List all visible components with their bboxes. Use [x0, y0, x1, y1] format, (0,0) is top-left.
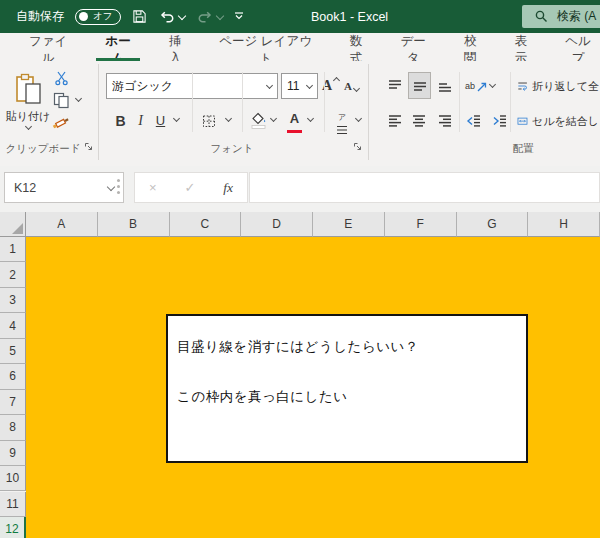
save-button[interactable]: [132, 9, 147, 24]
bold-button[interactable]: B: [112, 108, 129, 133]
name-box[interactable]: K12: [4, 172, 124, 203]
decrease-indent-button[interactable]: [463, 109, 484, 133]
align-middle-icon: [412, 78, 428, 94]
tab-data[interactable]: データ: [381, 33, 445, 61]
tab-file[interactable]: ファイル: [10, 33, 86, 61]
paste-button[interactable]: 貼り付け: [6, 65, 50, 137]
tab-view[interactable]: 表示: [495, 33, 546, 61]
cut-button[interactable]: [50, 69, 72, 88]
fill-color-dropdown-chevron-icon[interactable]: [270, 115, 277, 122]
paste-dropdown-chevron-icon[interactable]: [24, 123, 31, 130]
autosave-toggle[interactable]: オフ: [75, 9, 121, 25]
font-color-button[interactable]: A: [285, 108, 304, 133]
enter-button[interactable]: ✓: [180, 180, 199, 195]
align-right-button[interactable]: [434, 109, 455, 133]
text-box-line-1: 目盛り線を消すにはどうしたらいい？: [177, 338, 419, 356]
divider: [192, 72, 193, 132]
formula-input[interactable]: [249, 172, 600, 203]
row-header-12-active[interactable]: 12: [0, 517, 26, 538]
align-bottom-button[interactable]: [434, 74, 455, 98]
wrap-text-button[interactable]: 折り返して全: [517, 74, 599, 98]
row-header-5[interactable]: 5: [0, 339, 26, 364]
phonetic-guide-button[interactable]: ア: [331, 108, 353, 133]
copy-icon: [53, 92, 70, 109]
phonetic-guide-dropdown-chevron-icon[interactable]: [355, 115, 362, 122]
formula-bar-separator: [117, 185, 120, 188]
redo-icon: [196, 9, 214, 24]
copy-dropdown-chevron-icon[interactable]: [75, 95, 82, 102]
formula-bar-row: K12 × ✓ fx: [0, 166, 600, 213]
row-header-3[interactable]: 3: [0, 288, 26, 313]
fill-color-button[interactable]: [248, 108, 268, 133]
clipboard-dialog-launcher[interactable]: [83, 141, 94, 152]
tab-formulas[interactable]: 数式: [331, 33, 382, 61]
row-header-11[interactable]: 11: [0, 492, 26, 517]
insert-function-button[interactable]: fx: [219, 180, 237, 196]
customize-qat-button[interactable]: [234, 12, 244, 21]
font-dialog-launcher[interactable]: [352, 141, 363, 152]
search-box[interactable]: 検索 (A: [522, 5, 600, 28]
column-header-d[interactable]: D: [241, 212, 313, 237]
format-painter-button[interactable]: [50, 113, 72, 132]
font-size-combobox[interactable]: 11: [281, 73, 318, 99]
column-header-h[interactable]: H: [528, 212, 600, 237]
tab-home[interactable]: ホーム: [86, 33, 150, 61]
grow-font-arrow-icon: [333, 77, 340, 84]
column-header-b[interactable]: B: [98, 212, 170, 237]
customize-qat-icon: [234, 12, 244, 21]
decrease-indent-icon: [466, 113, 482, 129]
align-top-button[interactable]: [384, 74, 405, 98]
column-header-a[interactable]: A: [26, 212, 98, 237]
select-all-corner[interactable]: [0, 212, 26, 237]
undo-dropdown-chevron-icon[interactable]: [178, 11, 186, 19]
row-header-1[interactable]: 1: [0, 237, 26, 262]
tab-review[interactable]: 校閲: [445, 33, 496, 61]
row-header-8[interactable]: 8: [0, 415, 26, 440]
column-header-f[interactable]: F: [385, 212, 457, 237]
cancel-button[interactable]: ×: [145, 180, 161, 195]
row-header-7[interactable]: 7: [0, 390, 26, 415]
divider: [242, 72, 243, 132]
undo-button[interactable]: [158, 9, 185, 24]
increase-indent-button[interactable]: [489, 109, 510, 133]
align-middle-button[interactable]: [408, 72, 431, 99]
orientation-dropdown-chevron-icon[interactable]: [489, 81, 496, 88]
divider: [324, 72, 325, 132]
font-group-label: フォント: [106, 142, 358, 156]
toggle-knob-icon: [79, 12, 88, 21]
row-header-9[interactable]: 9: [0, 441, 26, 466]
text-box-shape[interactable]: 目盛り線を消すにはどうしたらいい？ この枠内を真っ白にしたい: [166, 314, 528, 463]
copy-button[interactable]: [50, 91, 72, 110]
shrink-font-button[interactable]: A: [342, 73, 361, 98]
tab-insert[interactable]: 挿入: [150, 33, 201, 61]
group-divider: [368, 64, 369, 160]
redo-button[interactable]: [196, 9, 223, 24]
borders-button[interactable]: [198, 108, 220, 133]
excel-window: 自動保存 オフ: [0, 0, 600, 538]
align-center-button[interactable]: [408, 109, 429, 133]
tab-help[interactable]: ヘルプ: [546, 33, 600, 61]
orientation-letters: ab: [465, 81, 475, 91]
column-header-g[interactable]: G: [457, 212, 529, 237]
tab-page-layout[interactable]: ページ レイアウト: [201, 33, 331, 61]
ribbon-tabs: ファイル ホーム 挿入 ページ レイアウト 数式 データ 校閲 表示 ヘルプ: [0, 33, 600, 61]
font-size-value: 11: [287, 79, 299, 93]
orientation-button[interactable]: ab: [465, 74, 487, 98]
align-left-button[interactable]: [384, 109, 405, 133]
font-color-dropdown-chevron-icon[interactable]: [307, 115, 314, 122]
italic-button[interactable]: I: [133, 108, 148, 133]
borders-dropdown-chevron-icon[interactable]: [225, 115, 232, 122]
merge-cells-label: セルを結合し: [532, 114, 599, 129]
row-header-10[interactable]: 10: [0, 466, 26, 491]
column-header-c[interactable]: C: [170, 212, 242, 237]
row-header-4[interactable]: 4: [0, 313, 26, 338]
row-header-2[interactable]: 2: [0, 262, 26, 287]
merge-cells-button[interactable]: セルを結合し: [517, 109, 599, 133]
orientation-arrow-icon: [477, 81, 487, 92]
align-bottom-icon: [437, 78, 453, 94]
column-header-e[interactable]: E: [313, 212, 385, 237]
dialog-launcher-icon: [353, 142, 362, 151]
row-header-6[interactable]: 6: [0, 364, 26, 389]
underline-dropdown-chevron-icon[interactable]: [173, 115, 180, 122]
underline-button[interactable]: U: [152, 108, 169, 133]
